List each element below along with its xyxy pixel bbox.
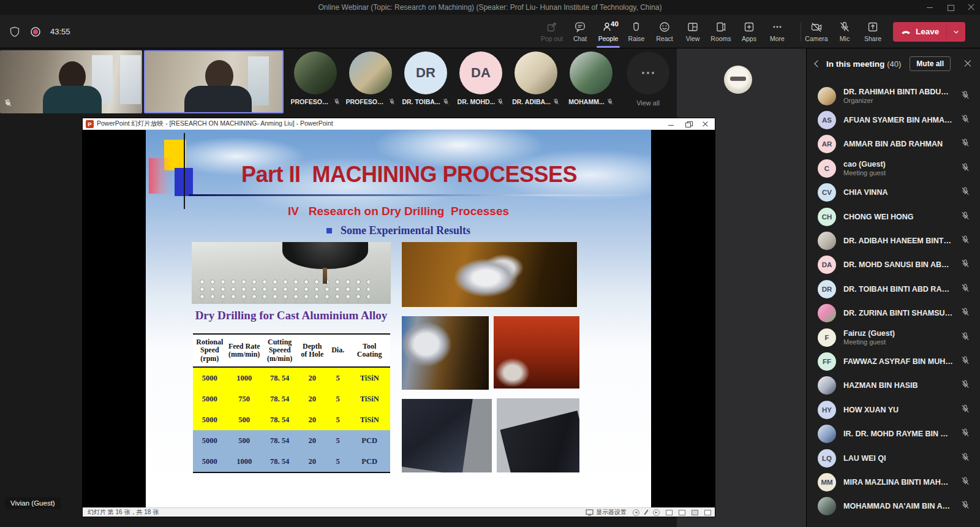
normal-view-icon[interactable] — [666, 510, 673, 515]
avatar — [349, 51, 392, 94]
participant-name: DR. RAHIMAH BINTI ABDUL HA... — [843, 88, 953, 96]
reading-view-icon[interactable] — [692, 510, 698, 515]
people-count-badge: 40 — [611, 20, 619, 28]
avatar: MM — [818, 473, 836, 491]
close-panel-icon[interactable] — [964, 60, 971, 67]
video-tile-active-speaker[interactable] — [144, 50, 284, 113]
participant-name: FAWWAZ ASYRAF BIN MUHAM... — [843, 357, 953, 366]
more-dots-icon — [627, 51, 669, 94]
muted-mic-icon — [960, 500, 970, 510]
apps-button[interactable]: Apps — [735, 15, 763, 48]
participant-row[interactable]: F Fairuz (Guest) Meeting guest — [807, 325, 980, 349]
muted-mic-icon — [960, 452, 970, 462]
filmstrip-avatar-tile[interactable]: PROFESOR ... — [288, 50, 343, 113]
bullet-square — [326, 228, 332, 233]
participant-row[interactable]: HAZMAN BIN HASIB — [807, 374, 980, 398]
ppt-minimize-icon[interactable] — [668, 121, 674, 127]
react-button[interactable]: React — [650, 15, 679, 48]
participant-name: DR. ADIBAH HANEEM BINTI MO... — [843, 237, 953, 245]
hang-up-icon — [900, 26, 911, 37]
slideshow-area: Part II MACHINING PROCESSES IV Research … — [83, 130, 715, 507]
raise-hand-icon — [630, 21, 643, 33]
rooms-button[interactable]: Rooms — [707, 15, 735, 48]
table-header-cell: Feed Rate (mm/min) — [227, 343, 262, 359]
avatar-initials: HY — [822, 406, 832, 414]
table-row: 5000 500 78. 54 20 5 TiSiN — [193, 409, 390, 430]
view-button[interactable]: View — [679, 15, 707, 48]
slide-sorter-view-icon[interactable] — [679, 510, 685, 515]
participant-row[interactable]: DR. ZURINA BINTI SHAMSUDIN — [807, 301, 980, 325]
filmstrip-avatar-tile[interactable]: DA DR. MOHD... — [453, 50, 508, 113]
participant-row[interactable]: DR DR. TOIBAH BINTI ABD RAHIM — [807, 277, 980, 301]
participant-row[interactable]: DA DR. MOHD SANUSI BIN ABDUL ... — [807, 253, 980, 277]
participant-row[interactable]: IR. DR. MOHD RAYME BIN ANA... — [807, 422, 980, 445]
panel-title: In this meeting(40) — [826, 59, 901, 69]
participant-row[interactable]: AS AFUAN SYAMER BIN AHMAD SIDI — [807, 108, 980, 132]
ppt-restore-icon[interactable] — [685, 121, 692, 127]
participant-row[interactable]: AR AMMAR BIN ABD RAHMAN — [807, 132, 980, 156]
avatar — [818, 425, 836, 443]
next-slide-button[interactable]: ▸ — [653, 509, 660, 516]
leave-button[interactable]: Leave — [893, 22, 965, 42]
participant-list: DR. RAHIMAH BINTI ABDUL HA... Organizer … — [807, 84, 980, 518]
slide-subtitle: IV Research on Dry Drilling Processes — [146, 205, 651, 218]
participant-row[interactable]: LQ LAU WEI QI — [807, 446, 980, 470]
avatar: LQ — [818, 449, 836, 468]
slideshow-view-icon[interactable] — [704, 510, 711, 515]
raise-hand-button[interactable]: Raise — [622, 15, 650, 48]
people-button[interactable]: 40 People — [594, 15, 622, 48]
participant-name: CHIA VINNA — [843, 188, 953, 197]
ppt-close-icon[interactable] — [703, 121, 709, 127]
photo-caption: Dry Drilling for Cast Aluminium Alloy — [183, 309, 400, 322]
view-all-button[interactable]: View all — [620, 50, 676, 113]
chat-button[interactable]: Chat — [566, 15, 594, 48]
participant-row[interactable]: MM MIRA MAZLINA BINTI MAHDZIR — [807, 470, 980, 494]
participant-name: HOW XUAN YU — [843, 406, 953, 414]
avatar-initials: DR — [416, 65, 435, 81]
table-header-cell: Depth of Hole — [298, 343, 327, 359]
slide-title: Part II MACHINING PROCESSES — [183, 162, 636, 188]
previous-slide-button[interactable]: ◂ — [633, 509, 639, 516]
monitor-icon — [586, 509, 594, 516]
filmstrip-avatar-tile[interactable]: DR. ADIBA... — [508, 50, 564, 113]
filmstrip-avatars: PROFESOR ... PROFESOR ... — [288, 50, 619, 113]
participant-name: HAZMAN BIN HASIB — [843, 381, 953, 390]
filmstrip-avatar-tile[interactable]: PROFESOR ... — [343, 50, 398, 113]
display-settings-button[interactable]: 显示器设置 — [586, 508, 627, 517]
window-minimize-icon[interactable] — [926, 4, 933, 11]
avatar-initials: AS — [822, 116, 832, 124]
camera-button[interactable]: Camera — [802, 15, 831, 48]
muted-mic-icon — [552, 98, 560, 105]
pen-tool-icon[interactable] — [644, 509, 648, 515]
mute-all-button[interactable]: Mute all — [910, 56, 951, 71]
participant-row[interactable]: MOHAMMAD NA'AIM BIN ABD ... — [807, 495, 980, 518]
participant-row[interactable]: CV CHIA VINNA — [807, 181, 980, 205]
react-smiley-icon — [658, 21, 671, 33]
share-button[interactable]: Share — [859, 15, 887, 48]
avatar — [570, 51, 612, 94]
back-chevron-icon[interactable] — [814, 60, 821, 67]
participant-row[interactable]: CH CHONG WEI HONG — [807, 205, 980, 229]
video-tile-participant[interactable] — [0, 50, 142, 113]
window-maximize-icon[interactable] — [947, 4, 954, 11]
participant-row[interactable]: HY HOW XUAN YU — [807, 398, 980, 422]
filmstrip-avatar-tile[interactable]: DR DR. TOIBA... — [398, 50, 453, 113]
participant-name: CHONG WEI HONG — [843, 213, 953, 221]
presenter-avatar[interactable] — [724, 66, 752, 94]
participant-row[interactable]: DR. RAHIMAH BINTI ABDUL HA... Organizer — [807, 84, 980, 108]
more-button[interactable]: More — [763, 15, 791, 48]
window-close-icon[interactable] — [968, 4, 975, 11]
mic-button[interactable]: Mic — [831, 15, 859, 48]
table-header-cell: Cutting Speeed (m/min) — [262, 338, 298, 363]
participant-row[interactable]: FF FAWWAZ ASYRAF BIN MUHAM... — [807, 349, 980, 373]
table-row: 5000 500 78. 54 20 5 PCD — [193, 430, 390, 451]
participant-name: DR. TOIBA... — [402, 98, 440, 105]
filmstrip-avatar-tile[interactable]: MOHAMM... — [564, 50, 619, 113]
participant-row[interactable]: C cao (Guest) Meeting guest — [807, 156, 980, 180]
leave-options-button[interactable] — [947, 28, 965, 36]
muted-mic-icon — [606, 98, 614, 105]
muted-mic-icon — [960, 428, 970, 438]
muted-mic-icon — [960, 162, 970, 172]
participant-row[interactable]: DR. ADIBAH HANEEM BINTI MO... — [807, 229, 980, 252]
participant-name: MIRA MAZLINA BINTI MAHDZIR — [843, 478, 953, 487]
